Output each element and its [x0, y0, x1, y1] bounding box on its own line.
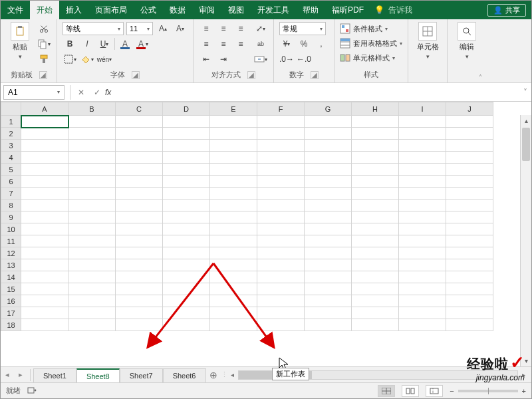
col-header[interactable]: H	[352, 102, 399, 116]
alignment-dialog-launcher[interactable]: ◢	[247, 71, 255, 79]
fx-label[interactable]: fx	[105, 88, 118, 97]
number-format-select[interactable]: 常规▾	[279, 22, 326, 35]
menu-foxit-pdf[interactable]: 福昕PDF	[325, 1, 370, 19]
share-button[interactable]: 👤共享	[487, 4, 526, 17]
align-middle-button[interactable]: ≡	[216, 22, 231, 35]
row-header[interactable]: 7	[1, 188, 21, 200]
col-header[interactable]: F	[257, 102, 305, 116]
font-color-button[interactable]: A▾	[135, 37, 150, 51]
expand-formula-bar-button[interactable]: ˅	[519, 88, 531, 97]
align-left-button[interactable]: ≡	[199, 37, 213, 51]
row-header[interactable]: 4	[1, 152, 21, 164]
menu-view[interactable]: 视图	[221, 1, 251, 19]
row-header[interactable]: 1	[1, 116, 21, 128]
menu-developer[interactable]: 开发工具	[251, 1, 296, 19]
col-header[interactable]: B	[68, 102, 116, 116]
row-header[interactable]: 8	[1, 200, 21, 211]
row-header[interactable]: 16	[1, 295, 21, 307]
clipboard-dialog-launcher[interactable]: ◢	[39, 71, 47, 79]
scroll-thumb[interactable]	[522, 128, 529, 161]
name-box[interactable]: A1▾	[3, 85, 65, 100]
menu-formulas[interactable]: 公式	[134, 1, 163, 19]
row-header[interactable]: 18	[1, 319, 21, 331]
zoom-in-button[interactable]: +	[522, 387, 526, 395]
menu-page-layout[interactable]: 页面布局	[88, 1, 134, 19]
italic-button[interactable]: I	[80, 37, 94, 51]
cell-A1[interactable]	[21, 116, 68, 128]
number-dialog-launcher[interactable]: ◢	[311, 71, 319, 79]
zoom-out-button[interactable]: −	[450, 387, 454, 395]
menu-data[interactable]: 数据	[163, 1, 192, 19]
format-as-table-button[interactable]: 套用表格格式▾	[340, 38, 402, 49]
vertical-scrollbar[interactable]: ▴ ▾	[520, 115, 531, 366]
border-button[interactable]: ▾	[63, 53, 77, 66]
align-top-button[interactable]: ≡	[199, 22, 213, 35]
tab-nav-prev[interactable]: ◂	[1, 370, 14, 379]
row-header[interactable]: 17	[1, 307, 21, 319]
tab-splitter[interactable]: ⋮	[221, 370, 225, 379]
menu-file[interactable]: 文件	[1, 1, 30, 19]
percent-button[interactable]: %	[297, 37, 311, 51]
row-header[interactable]: 13	[1, 259, 21, 271]
page-break-view-button[interactable]	[426, 385, 443, 397]
sheet-tab[interactable]: Sheet6	[163, 368, 206, 383]
font-dialog-launcher[interactable]: ◢	[132, 71, 140, 79]
orientation-button[interactable]: ⤢▾	[253, 22, 268, 35]
tab-nav-next[interactable]: ▸	[14, 370, 27, 379]
decrease-decimal-button[interactable]: ←.0	[297, 53, 311, 66]
paste-button[interactable]: 粘贴 ▾	[6, 22, 34, 60]
macro-record-icon[interactable]	[27, 386, 37, 396]
align-right-button[interactable]: ≡	[233, 37, 248, 51]
formula-input[interactable]	[118, 85, 519, 100]
row-header[interactable]: 5	[1, 164, 21, 176]
font-color-a-button[interactable]: A	[118, 37, 132, 51]
align-center-button[interactable]: ≡	[216, 37, 231, 51]
row-header[interactable]: 11	[1, 235, 21, 247]
decrease-indent-button[interactable]: ⇤	[199, 53, 213, 66]
row-header[interactable]: 10	[1, 223, 21, 235]
bold-button[interactable]: B	[63, 37, 77, 51]
page-layout-view-button[interactable]	[402, 385, 419, 397]
merge-center-button[interactable]: ▾	[253, 53, 268, 66]
new-sheet-button[interactable]: ⊕	[206, 370, 221, 380]
fill-color-button[interactable]: ▾	[80, 53, 94, 66]
select-all-corner[interactable]	[1, 102, 21, 116]
increase-indent-button[interactable]: ⇥	[216, 53, 231, 66]
format-painter-button[interactable]	[37, 53, 51, 66]
tell-me-icon[interactable]: 💡	[374, 5, 384, 15]
menu-review[interactable]: 审阅	[192, 1, 221, 19]
cut-button[interactable]	[37, 22, 51, 35]
underline-button[interactable]: U▾	[97, 37, 112, 51]
wrap-text-button[interactable]: ab	[253, 37, 268, 51]
sheet-tab[interactable]: Sheet7	[120, 368, 163, 383]
scroll-down-button[interactable]: ▾	[521, 355, 531, 366]
col-header[interactable]: D	[163, 102, 210, 116]
enter-formula-button[interactable]: ✓	[89, 88, 105, 97]
menu-insert[interactable]: 插入	[59, 1, 88, 19]
font-name-select[interactable]: 等线▾	[63, 22, 124, 35]
scroll-up-button[interactable]: ▴	[521, 115, 531, 126]
tell-me-label[interactable]: 告诉我	[388, 5, 412, 16]
row-header[interactable]: 14	[1, 271, 21, 283]
sheet-tab[interactable]: Sheet1	[33, 368, 76, 383]
cells-button[interactable]: 单元格 ▾	[414, 22, 442, 60]
comma-button[interactable]: ,	[314, 37, 329, 51]
menu-home[interactable]: 开始	[30, 1, 59, 19]
row-header[interactable]: 15	[1, 283, 21, 295]
phonetic-button[interactable]: wén▾	[97, 53, 112, 66]
collapse-ribbon-button[interactable]: ˄	[479, 74, 482, 81]
cell-grid[interactable]: A B C D E F G H I J 1 2 3 4 5 6 7	[1, 102, 493, 331]
row-header[interactable]: 12	[1, 247, 21, 259]
sheet-tab[interactable]: Sheet8	[76, 368, 120, 383]
decrease-font-button[interactable]: A▾	[173, 22, 188, 35]
cell-styles-button[interactable]: 单元格样式▾	[340, 53, 395, 63]
zoom-slider[interactable]: − +	[450, 387, 526, 395]
col-header[interactable]: J	[446, 102, 493, 116]
copy-button[interactable]: ▾	[37, 37, 51, 51]
col-header[interactable]: I	[399, 102, 446, 116]
scroll-left-button[interactable]: ◂	[227, 371, 238, 378]
font-size-select[interactable]: 11▾	[126, 22, 153, 35]
align-bottom-button[interactable]: ≡	[233, 22, 248, 35]
col-header[interactable]: A	[21, 102, 68, 116]
col-header[interactable]: E	[210, 102, 257, 116]
